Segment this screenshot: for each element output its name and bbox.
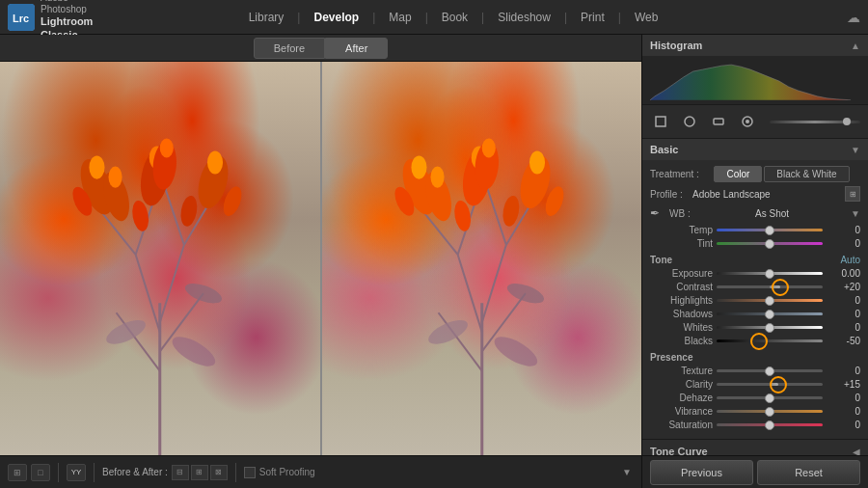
ba-mode-icons: ⊟ ⊞ ⊠ xyxy=(172,465,228,480)
exposure-row: Exposure 0.00 xyxy=(650,268,860,279)
texture-slider[interactable] xyxy=(717,369,823,372)
temp-slider[interactable] xyxy=(717,229,823,231)
blacks-value: -50 xyxy=(827,336,860,346)
yy-icon[interactable]: YY xyxy=(67,464,86,481)
spot-removal-tool[interactable] xyxy=(679,111,700,132)
contrast-row: Contrast +20 xyxy=(650,282,860,292)
blacks-label: Blacks xyxy=(650,336,713,346)
profile-grid-icon[interactable]: ⊞ xyxy=(845,186,860,202)
separator-3 xyxy=(235,463,236,482)
contrast-slider[interactable] xyxy=(717,285,823,288)
shadows-value: 0 xyxy=(827,309,860,319)
whites-slider[interactable] xyxy=(717,326,823,329)
nav-web[interactable]: Web xyxy=(625,7,667,28)
svg-point-38 xyxy=(411,156,426,179)
svg-point-26 xyxy=(103,315,149,349)
tint-slider[interactable] xyxy=(717,242,823,245)
treatment-row: Treatment : Color Black & White xyxy=(650,166,860,182)
before-label: Before xyxy=(254,38,325,59)
clarity-row: Clarity +15 xyxy=(650,379,860,390)
dehaze-slider[interactable] xyxy=(717,396,823,399)
texture-label: Texture xyxy=(650,366,713,376)
tone-label: Tone xyxy=(650,255,672,265)
nav-develop[interactable]: Develop xyxy=(304,7,368,28)
vibrance-slider[interactable] xyxy=(717,410,823,413)
saturation-value: 0 xyxy=(827,420,860,430)
loupe-view-icon[interactable]: □ xyxy=(31,464,50,481)
highlights-slider[interactable] xyxy=(717,299,823,302)
tone-auto-btn[interactable]: Auto xyxy=(840,255,860,265)
logo-icon: Lrc xyxy=(8,4,35,31)
crop-tool[interactable] xyxy=(650,111,671,132)
saturation-slider[interactable] xyxy=(717,423,823,426)
tint-label: Tint xyxy=(650,238,713,249)
ba-toggle-label: Before & After : xyxy=(102,467,168,477)
bottom-dropdown-arrow[interactable]: ▼ xyxy=(620,463,634,482)
svg-point-51 xyxy=(490,331,542,372)
before-image xyxy=(0,62,320,455)
tone-section-title: Tone Auto xyxy=(650,255,860,265)
tools-slider xyxy=(770,121,860,123)
clarity-value: +15 xyxy=(827,379,860,390)
wb-label: WB : xyxy=(669,208,693,219)
nav-map[interactable]: Map xyxy=(379,7,420,28)
svg-rect-56 xyxy=(714,119,723,124)
treatment-label: Treatment : xyxy=(650,169,703,179)
images-container xyxy=(0,62,641,455)
profile-row: Profile : Adobe Landscape ⊞ xyxy=(650,186,860,202)
shadows-slider[interactable] xyxy=(717,312,823,315)
vibrance-label: Vibrance xyxy=(650,406,713,417)
clarity-slider[interactable] xyxy=(717,383,823,386)
previous-button[interactable]: Previous xyxy=(650,460,753,485)
texture-value: 0 xyxy=(827,366,860,376)
cloud-icon[interactable]: ☁ xyxy=(847,10,860,25)
redeye-tool[interactable] xyxy=(708,111,729,132)
tone-curve-label: Tone Curve xyxy=(650,446,708,455)
right-panel: Histogram ▲ xyxy=(641,35,868,455)
main-area: Before After xyxy=(0,35,868,455)
nav-print[interactable]: Print xyxy=(571,7,614,28)
nav-library[interactable]: Library xyxy=(239,7,294,28)
grid-view-icon[interactable]: ⊞ xyxy=(8,464,27,481)
highlights-row: Highlights 0 xyxy=(650,295,860,306)
svg-line-6 xyxy=(160,245,184,322)
wb-dropdown-arrow[interactable]: ▼ xyxy=(851,208,860,219)
eyedropper-icon[interactable]: ✒ xyxy=(650,205,665,221)
tone-curve-section[interactable]: Tone Curve ◀ xyxy=(642,440,868,455)
blacks-slider[interactable] xyxy=(717,339,823,342)
reset-button[interactable]: Reset xyxy=(757,460,860,485)
basic-header[interactable]: Basic ▼ xyxy=(642,139,868,160)
graduated-filter-tool[interactable] xyxy=(737,111,758,132)
ba-split-icon[interactable]: ⊠ xyxy=(210,465,228,480)
nav-slideshow[interactable]: Slideshow xyxy=(488,7,560,28)
topbar: Lrc Adobe Photoshop Lightroom Classic Li… xyxy=(0,0,868,35)
nav-book[interactable]: Book xyxy=(432,7,477,28)
soft-proofing-toggle: Soft Proofing xyxy=(244,467,315,478)
highlights-label: Highlights xyxy=(650,295,713,306)
texture-row: Texture 0 xyxy=(650,366,860,376)
exposure-label: Exposure xyxy=(650,268,713,279)
histogram-section: Histogram ▲ xyxy=(642,35,868,105)
svg-point-23 xyxy=(178,195,199,228)
contrast-value: +20 xyxy=(827,282,860,292)
svg-point-18 xyxy=(160,138,174,157)
before-after-bar: Before After xyxy=(0,35,641,62)
saturation-row: Saturation 0 xyxy=(650,420,860,430)
color-treatment-btn[interactable]: Color xyxy=(714,166,762,182)
histogram-header[interactable]: Histogram ▲ xyxy=(642,35,868,56)
soft-proof-checkbox[interactable] xyxy=(244,467,256,478)
vibrance-value: 0 xyxy=(827,406,860,417)
exposure-slider[interactable] xyxy=(717,272,823,275)
svg-rect-54 xyxy=(656,117,665,126)
wb-row: ✒ WB : As Shot ▼ xyxy=(650,205,860,221)
dehaze-label: Dehaze xyxy=(650,393,713,403)
ba-stacked-icon[interactable]: ⊞ xyxy=(191,465,208,480)
basic-section: Basic ▼ Treatment : Color Black & White … xyxy=(642,139,868,440)
presence-label: Presence xyxy=(650,352,692,363)
bw-treatment-btn[interactable]: Black & White xyxy=(764,166,849,182)
top-right-icons: ☁ xyxy=(791,10,868,25)
basic-content: Treatment : Color Black & White Profile … xyxy=(642,160,868,439)
ba-side-by-side-icon[interactable]: ⊟ xyxy=(172,465,189,480)
svg-point-12 xyxy=(89,156,104,179)
svg-point-27 xyxy=(182,280,224,308)
